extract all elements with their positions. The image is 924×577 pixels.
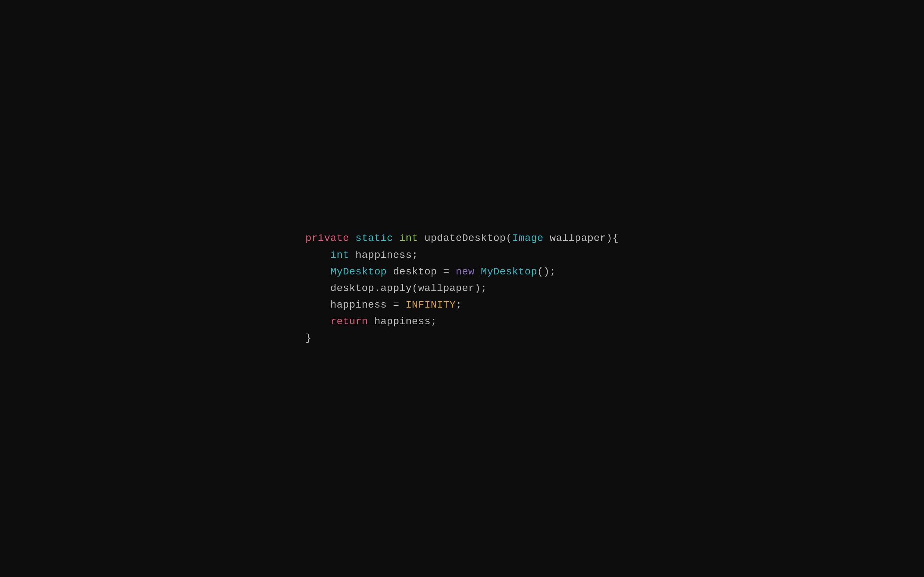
code-token: MyDesktop xyxy=(481,266,537,277)
code-token: new xyxy=(456,266,475,277)
code-token: } xyxy=(305,332,312,344)
code-token: return xyxy=(330,316,368,327)
code-token: (); xyxy=(537,266,556,277)
code-token: MyDesktop xyxy=(330,266,386,277)
code-token: INFINITY xyxy=(406,299,456,311)
code-token: happiness; xyxy=(349,250,418,261)
code-token xyxy=(393,233,399,244)
code-token xyxy=(305,266,330,277)
code-line: return happiness; xyxy=(305,313,619,330)
code-token: happiness; xyxy=(368,316,437,327)
code-token: desktop = xyxy=(387,266,456,277)
code-token xyxy=(305,250,330,261)
code-line: int happiness; xyxy=(305,247,619,264)
code-line: happiness = INFINITY; xyxy=(305,297,619,313)
code-token: int xyxy=(399,233,418,244)
code-token: updateDesktop( xyxy=(418,233,512,244)
code-line: desktop.apply(wallpaper); xyxy=(305,280,619,297)
code-display: private static int updateDesktop(Image w… xyxy=(305,230,619,347)
code-token xyxy=(475,266,481,277)
code-token xyxy=(305,316,330,327)
code-token: int xyxy=(330,250,349,261)
code-line: MyDesktop desktop = new MyDesktop(); xyxy=(305,264,619,280)
code-token: ; xyxy=(456,299,462,311)
code-line: private static int updateDesktop(Image w… xyxy=(305,230,619,247)
code-token: Image xyxy=(512,233,544,244)
code-token xyxy=(349,233,355,244)
code-token: desktop.apply(wallpaper); xyxy=(305,283,487,294)
code-line: } xyxy=(305,330,619,347)
code-token: happiness = xyxy=(305,299,406,311)
code-token: wallpaper){ xyxy=(544,233,619,244)
code-token: private xyxy=(305,233,349,244)
code-token: static xyxy=(355,233,393,244)
